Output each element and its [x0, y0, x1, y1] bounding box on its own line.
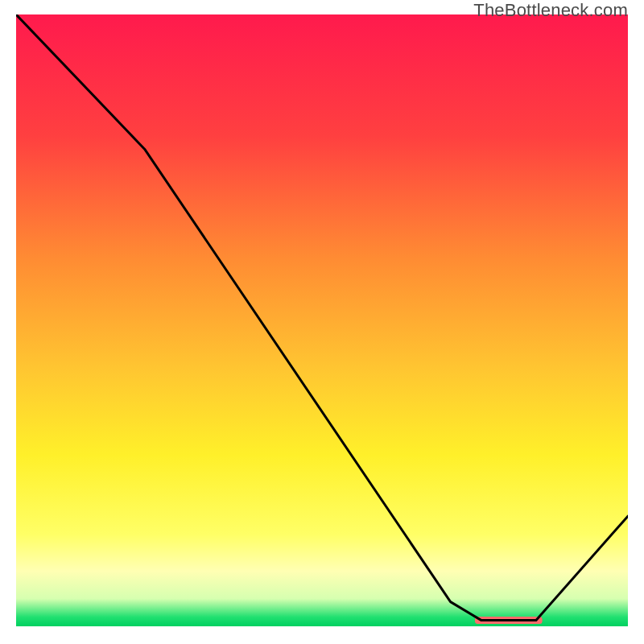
chart-canvas	[16, 14, 628, 626]
watermark-text: TheBottleneck.com	[473, 0, 628, 21]
bottleneck-chart	[16, 14, 628, 626]
gradient-background	[16, 14, 628, 626]
